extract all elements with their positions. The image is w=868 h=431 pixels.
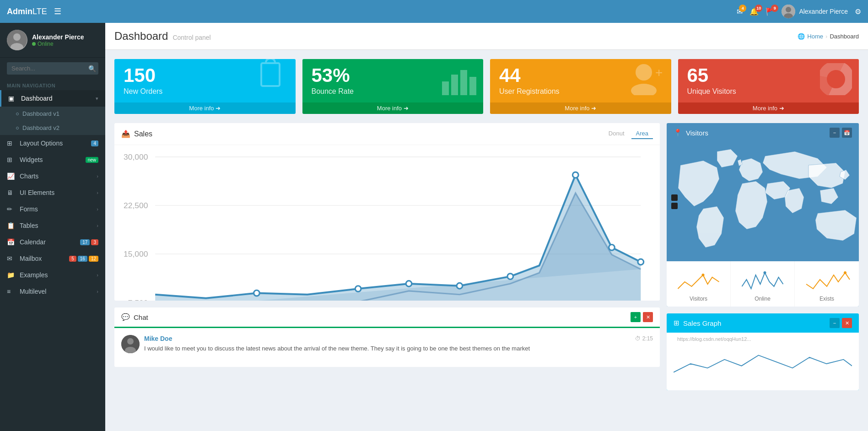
flag-nav-button[interactable]: 🚩 9 xyxy=(766,7,775,16)
chevron-right-icon: › xyxy=(97,173,98,179)
chevron-right-icon: › xyxy=(97,190,98,195)
info-box-visitors-top: 65 Unique Visitors xyxy=(678,59,859,102)
chat-meta: Mike Doe ⏱ 2:15 xyxy=(144,335,653,342)
orders-number: 150 xyxy=(124,66,162,85)
dashboard-subitems: Dashboard v1 Dashboard v2 xyxy=(0,107,105,135)
sales-graph-header: ⊞ Sales Graph − ✕ xyxy=(667,313,859,333)
sidebar-item-dashboard-v1[interactable]: Dashboard v1 xyxy=(0,107,105,121)
orders-more-info[interactable]: More info ➜ xyxy=(114,102,296,114)
sales-chart-area: 30,000 22,500 15,000 7,500 0 xyxy=(114,145,660,301)
sidebar-item-widgets[interactable]: ⊞ Widgets new xyxy=(0,151,105,168)
svg-point-44 xyxy=(764,271,766,274)
visitors-more-info[interactable]: More info ➜ xyxy=(678,102,859,114)
visitors-header: 📍 Visitors − 📅 xyxy=(667,123,859,142)
exists-stat-label: Exists xyxy=(799,296,854,302)
svg-text:22,500: 22,500 xyxy=(124,201,148,210)
sidebar-item-dashboard-v2[interactable]: Dashboard v2 xyxy=(0,121,105,135)
page-wrapper: Alexander Pierce Online 🔍 MAIN NAVIGATIO… xyxy=(0,23,868,431)
orders-content: 150 New Orders xyxy=(124,66,162,96)
sidebar-item-dashboard[interactable]: ▣ Dashboard ▾ xyxy=(0,90,105,107)
user-plus-icon: + xyxy=(628,63,664,100)
search-input[interactable] xyxy=(7,62,98,75)
breadcrumb: 🌐 Home › Dashboard xyxy=(798,33,859,40)
visitors-calendar-button[interactable]: 📅 xyxy=(842,128,852,138)
envelope-nav-button[interactable]: ✉ 4 xyxy=(737,7,743,16)
chat-icon: 💬 xyxy=(121,313,130,321)
svg-text:30,000: 30,000 xyxy=(124,152,148,162)
chat-card: 💬 Chat + ✕ xyxy=(114,307,660,367)
sidebar-item-mailbox[interactable]: ✉ Mailbox 5 16 12 xyxy=(0,250,105,267)
hamburger-button[interactable]: ☰ xyxy=(54,6,61,16)
map-legend-pins xyxy=(671,194,678,209)
bell-nav-button[interactable]: 🔔 10 xyxy=(749,7,759,16)
page-title: Dashboard xyxy=(114,30,168,43)
multilevel-icon: ≡ xyxy=(7,288,16,295)
sidebar-item-forms[interactable]: ✏ Forms › xyxy=(0,201,105,217)
site-logo[interactable]: AdminLTE xyxy=(7,7,47,16)
bounce-label: Bounce Rate xyxy=(312,87,354,96)
sidebar-user-panel: Alexander Pierce Online xyxy=(0,23,105,58)
sales-graph-close-button[interactable]: ✕ xyxy=(842,318,852,328)
svg-point-30 xyxy=(254,290,260,296)
sidebar-item-charts[interactable]: 📈 Charts › xyxy=(0,168,105,184)
dot-icon xyxy=(16,113,19,115)
nav-right: ✉ 4 🔔 10 🚩 9 Alexander Pierce ⚙ xyxy=(737,5,861,18)
visitors-minimize-button[interactable]: − xyxy=(830,128,840,138)
svg-point-36 xyxy=(609,244,615,250)
chat-minimize-button[interactable]: + xyxy=(631,312,641,322)
svg-text:7,500: 7,500 xyxy=(128,298,148,301)
svg-point-33 xyxy=(457,283,463,289)
svg-point-31 xyxy=(355,286,361,292)
online-stat-label: Online xyxy=(735,296,790,302)
chevron-right-icon: › xyxy=(97,223,98,228)
svg-rect-10 xyxy=(469,77,476,95)
users-label: User Registrations xyxy=(499,87,560,96)
map-pin-icon: 📍 xyxy=(674,129,682,137)
tab-donut[interactable]: Donut xyxy=(604,129,629,139)
chat-title: 💬 Chat xyxy=(121,313,148,321)
main-two-col: 📤 Sales Donut Area xyxy=(114,123,859,390)
sidebar-item-calendar[interactable]: 📅 Calendar 17 3 xyxy=(0,234,105,250)
chevron-right-icon: › xyxy=(97,206,98,212)
sidebar-avatar xyxy=(7,30,27,50)
svg-rect-8 xyxy=(451,75,458,95)
right-col: 📍 Visitors − 📅 xyxy=(667,123,859,390)
svg-point-1 xyxy=(786,7,791,12)
dashboard-icon: ▣ xyxy=(8,95,17,102)
examples-icon: 📁 xyxy=(7,271,16,279)
mailbox-badges: 5 16 12 xyxy=(69,256,98,262)
top-navbar: AdminLTE ☰ ✉ 4 🔔 10 🚩 9 Alexander Pierce xyxy=(0,0,868,23)
gear-icon[interactable]: ⚙ xyxy=(855,7,861,16)
sidebar-item-layout[interactable]: ⊞ Layout Options 4 xyxy=(0,135,105,151)
ui-icon: 🖥 xyxy=(7,189,16,196)
world-map-area xyxy=(667,142,859,261)
svg-rect-7 xyxy=(442,81,449,95)
sidebar-item-examples[interactable]: 📁 Examples › xyxy=(0,267,105,283)
sidebar-item-tables[interactable]: 📋 Tables › xyxy=(0,217,105,234)
users-content: 44 User Registrations xyxy=(499,66,560,96)
svg-point-41 xyxy=(127,338,134,345)
shopping-icon xyxy=(252,59,289,100)
bell-badge: 10 xyxy=(755,5,762,12)
chat-close-button[interactable]: ✕ xyxy=(643,312,653,322)
breadcrumb-current: Dashboard xyxy=(830,33,859,40)
tab-area[interactable]: Area xyxy=(631,129,653,139)
calendar-badges: 17 3 xyxy=(80,239,98,245)
svg-rect-6 xyxy=(261,63,280,86)
visitors-stat-exists: Exists xyxy=(795,261,859,307)
sales-graph-minimize-button[interactable]: − xyxy=(830,318,840,328)
info-box-orders-top: 150 New Orders xyxy=(114,59,296,102)
bounce-more-info[interactable]: More info ➜ xyxy=(302,102,484,114)
sidebar-item-ui-elements[interactable]: 🖥 UI Elements › xyxy=(0,184,105,201)
search-button[interactable]: 🔍 xyxy=(88,65,96,72)
users-more-info[interactable]: More info ➜ xyxy=(490,102,671,114)
user-nav-button[interactable]: Alexander Pierce xyxy=(782,5,848,18)
chevron-right-icon: › xyxy=(97,272,98,278)
sidebar-item-multilevel[interactable]: ≡ Multilevel › xyxy=(0,283,105,300)
bounce-content: 53% Bounce Rate xyxy=(312,66,354,96)
main-content: Dashboard Control panel 🌐 Home › Dashboa… xyxy=(105,23,868,431)
breadcrumb-home[interactable]: Home xyxy=(807,33,823,40)
dot-icon xyxy=(16,127,19,129)
sparkline-online xyxy=(735,266,790,293)
info-box-orders: 150 New Orders More info ➜ xyxy=(114,59,296,114)
